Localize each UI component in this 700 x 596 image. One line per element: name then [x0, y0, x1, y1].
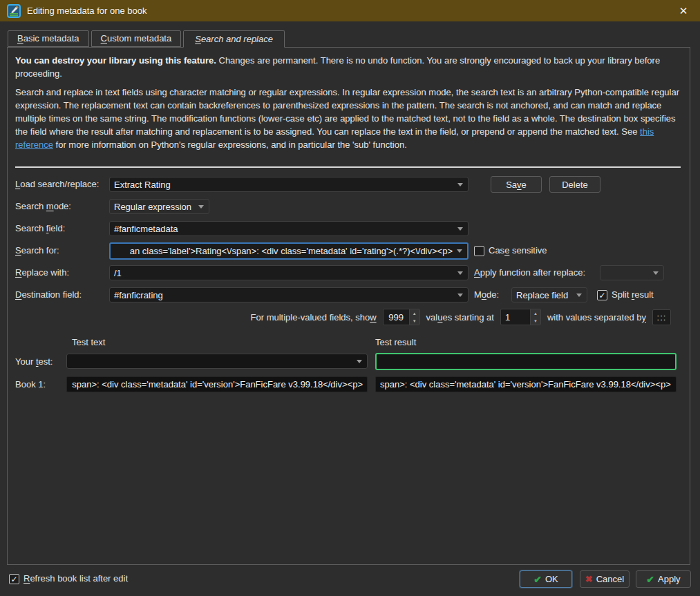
chevron-down-icon	[457, 271, 463, 275]
apply-button-label: Apply	[658, 574, 681, 584]
book1-label: Book 1:	[15, 377, 46, 392]
search-mode-combo[interactable]: Regular expression	[109, 199, 209, 214]
load-search-replace-label: Load search/replace:	[15, 177, 99, 192]
search-field-combo[interactable]: #fanficmetadata	[109, 221, 469, 236]
multi-show-label: For multiple-valued fields, show	[251, 312, 377, 323]
destination-field-value: #fanficrating	[110, 290, 457, 300]
case-sensitive-label: Case sensitive	[489, 243, 547, 258]
edit-metadata-icon	[7, 4, 21, 18]
mode-value: Replace field	[512, 290, 576, 300]
your-test-result-field	[375, 353, 677, 370]
tab-bar: Basic metadata Custom metadata Search an…	[8, 30, 285, 48]
warning-paragraph: You can destroy your library using this …	[15, 54, 683, 80]
search-field-value: #fanficmetadata	[110, 224, 457, 234]
replace-with-label: Replace with:	[15, 265, 69, 280]
values-separator-input[interactable]: :::	[652, 309, 671, 325]
search-field-label: Search field:	[15, 221, 65, 236]
chevron-down-icon	[457, 294, 463, 297]
spinner-buttons[interactable]: ▲▼	[409, 309, 419, 325]
ok-check-icon: ✔	[533, 574, 542, 585]
destination-field-combo[interactable]: #fanficrating	[109, 287, 469, 302]
show-values-spinner[interactable]: 999 ▲▼	[383, 309, 420, 325]
book1-test-text: span>: <div class='metadata' id='version…	[66, 376, 368, 392]
chevron-down-icon	[457, 249, 462, 253]
your-test-label: Your test:	[15, 354, 53, 369]
load-search-replace-combo[interactable]: Extract Rating	[109, 177, 469, 192]
search-mode-value: Regular expression	[110, 202, 198, 212]
close-icon[interactable]: ✕	[674, 0, 693, 21]
search-for-input[interactable]: an class='label'>Rating<\/span>: <div cl…	[109, 242, 469, 260]
chevron-down-icon	[198, 205, 204, 209]
warning-bold-text: You can destroy your library using this …	[15, 55, 216, 66]
description-text: Search and replace in text fields using …	[15, 87, 679, 137]
window-title: Editing metadata for one book	[27, 6, 146, 16]
tab-custom-metadata[interactable]: Custom metadata	[91, 30, 182, 47]
cancel-button[interactable]: ✖ Cancel	[580, 570, 630, 588]
chevron-down-icon	[357, 360, 362, 363]
cancel-x-icon: ✖	[585, 574, 593, 584]
test-text-header: Test text	[72, 337, 105, 347]
spin-up-icon[interactable]: ▲	[410, 309, 419, 317]
ok-button-label: OK	[545, 574, 558, 584]
description-text-after: for more information on Python's regular…	[53, 140, 407, 150]
test-result-header: Test result	[375, 337, 416, 347]
chevron-down-icon	[457, 183, 463, 186]
spin-down-icon[interactable]: ▼	[410, 317, 419, 325]
destination-field-label: Destination field:	[15, 287, 82, 302]
mode-combo[interactable]: Replace field	[511, 287, 587, 302]
your-test-input[interactable]	[66, 354, 368, 369]
search-mode-label: Search mode:	[15, 199, 71, 214]
refresh-book-list-label: Refresh book list after edit	[23, 571, 128, 586]
start-at-spinner[interactable]: 1 ▲▼	[500, 309, 541, 325]
apply-check-icon: ✔	[646, 574, 654, 585]
refresh-book-list-checkbox[interactable]	[9, 574, 19, 584]
spin-down-icon[interactable]: ▼	[531, 317, 540, 325]
replace-with-input[interactable]: /1	[109, 265, 469, 280]
chevron-down-icon	[653, 271, 659, 275]
multi-separated-label: with values separated by	[547, 312, 646, 323]
search-for-label: Search for:	[15, 243, 59, 258]
spin-up-icon[interactable]: ▲	[531, 309, 540, 317]
tab-basic-metadata[interactable]: Basic metadata	[8, 30, 89, 47]
split-result-checkbox[interactable]	[597, 290, 607, 300]
description-paragraph: Search and replace in text fields using …	[15, 86, 683, 151]
mode-label: Mode:	[474, 287, 499, 302]
book1-test-result: span>: <div class='metadata' id='version…	[375, 376, 677, 392]
apply-function-combo[interactable]	[600, 265, 664, 280]
start-at-value: 1	[501, 309, 530, 325]
cancel-button-label: Cancel	[596, 574, 624, 584]
delete-button[interactable]: Delete	[549, 176, 600, 193]
spinner-buttons[interactable]: ▲▼	[530, 309, 540, 325]
search-for-value: an class='label'>Rating<\/span>: <div cl…	[111, 246, 457, 256]
case-sensitive-checkbox[interactable]	[474, 246, 484, 256]
apply-button[interactable]: ✔ Apply	[636, 570, 691, 588]
load-search-replace-value: Extract Rating	[110, 180, 457, 190]
title-bar: Editing metadata for one book ✕	[0, 0, 700, 21]
chevron-down-icon	[457, 227, 463, 231]
chevron-down-icon	[576, 294, 582, 297]
apply-function-label: Apply function after replace:	[474, 265, 585, 280]
replace-with-value: /1	[110, 268, 457, 278]
tab-search-and-replace[interactable]: Search and replace	[183, 30, 285, 48]
save-button[interactable]: Save	[491, 176, 542, 193]
show-values-value: 999	[384, 309, 409, 325]
multi-starting-label: values starting at	[426, 312, 494, 323]
ok-button[interactable]: ✔ OK	[520, 570, 572, 588]
multi-value-options-row: For multiple-valued fields, show 999 ▲▼ …	[251, 308, 671, 326]
split-result-label: Split result	[612, 287, 654, 302]
separator-line	[15, 166, 681, 168]
